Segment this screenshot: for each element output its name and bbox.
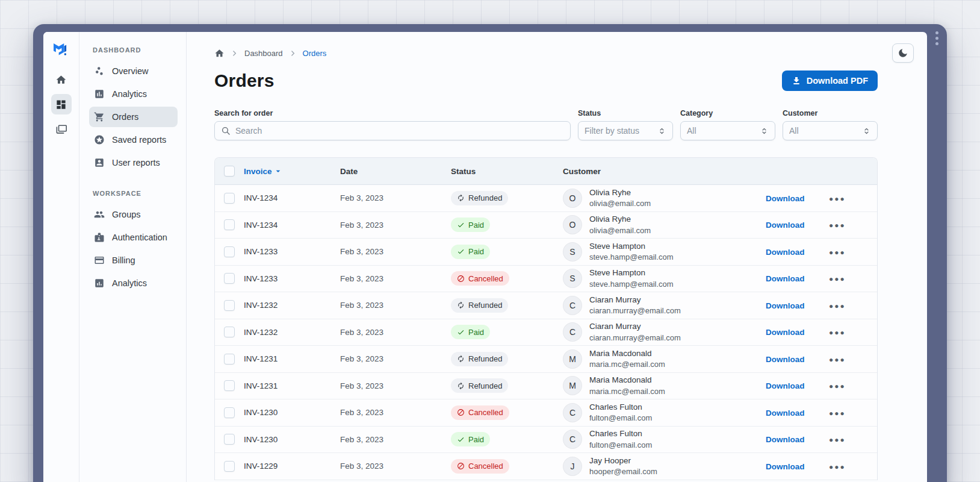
row-menu-icon[interactable]: ●●●	[829, 355, 846, 364]
row-checkbox[interactable]	[224, 380, 235, 391]
row-menu-icon[interactable]: ●●●	[829, 328, 846, 337]
rail-dashboard-button[interactable]	[51, 94, 72, 114]
download-pdf-button[interactable]: Download PDF	[782, 70, 878, 91]
sidebar-item-orders[interactable]: Orders	[89, 107, 178, 127]
orders-table: Invoice Date Status Customer INV-1234 Fe…	[214, 157, 878, 480]
moon-icon	[898, 48, 908, 58]
status-label: Paid	[468, 435, 484, 444]
table-row: INV-1230 Feb 3, 2023 Cancelled C Charles…	[215, 399, 877, 427]
download-link[interactable]: Download	[766, 355, 805, 364]
dark-mode-toggle[interactable]	[892, 43, 914, 63]
customer-name: Maria Macdonald	[589, 375, 665, 386]
table-row: INV-1233 Feb 3, 2023 Paid S Steve Hampto…	[215, 239, 877, 266]
bar-chart-icon	[94, 89, 105, 99]
status-label: Paid	[468, 328, 484, 337]
date-cell: Feb 3, 2023	[340, 354, 451, 363]
row-checkbox[interactable]	[224, 193, 235, 204]
customer-name: Steve Hampton	[589, 241, 674, 252]
home-icon[interactable]	[214, 48, 225, 58]
date-cell: Feb 3, 2023	[340, 193, 451, 202]
column-header-invoice[interactable]: Invoice	[244, 166, 340, 176]
customer-filter-select[interactable]: All	[783, 121, 878, 140]
search-icon	[221, 126, 231, 136]
customer-name: Olivia Ryhe	[589, 214, 651, 225]
invoice-cell: INV-1233	[244, 247, 340, 256]
row-checkbox[interactable]	[224, 246, 235, 257]
row-checkbox[interactable]	[224, 300, 235, 311]
sidebar-item-saved-reports[interactable]: Saved reports	[89, 130, 178, 150]
sidebar-item-groups[interactable]: Groups	[89, 204, 178, 225]
row-menu-icon[interactable]: ●●●	[829, 302, 846, 310]
download-link[interactable]: Download	[766, 248, 805, 257]
block-icon	[457, 408, 465, 416]
search-input[interactable]	[235, 126, 564, 136]
customer-name: Jay Hooper	[589, 455, 657, 466]
status-chip: Refunded	[451, 191, 508, 205]
chevron-right-icon	[231, 49, 238, 57]
rail-layers-button[interactable]	[51, 119, 72, 139]
chevron-right-icon	[289, 49, 297, 57]
select-all-checkbox[interactable]	[224, 166, 235, 177]
scrollbar-thumb[interactable]	[933, 31, 941, 45]
customer-filter-label: Customer	[783, 109, 878, 117]
breadcrumb-dashboard[interactable]: Dashboard	[244, 49, 283, 58]
sidebar-item-user-reports[interactable]: User reports	[89, 152, 178, 173]
customer-name: Olivia Ryhe	[589, 187, 651, 198]
row-checkbox[interactable]	[224, 273, 235, 284]
download-link[interactable]: Download	[766, 435, 805, 444]
sidebar-item-label: User reports	[112, 158, 160, 167]
row-menu-icon[interactable]: ●●●	[829, 248, 846, 257]
badge-icon	[94, 232, 105, 243]
row-checkbox[interactable]	[224, 219, 235, 230]
breadcrumb: Dashboard Orders	[214, 48, 326, 58]
row-menu-icon[interactable]: ●●●	[829, 275, 846, 283]
row-menu-icon[interactable]: ●●●	[829, 409, 846, 418]
app-window: DASHBOARD Overview Analytics Orders Save…	[33, 24, 947, 482]
rail-home-button[interactable]	[51, 69, 72, 90]
download-link[interactable]: Download	[766, 408, 805, 418]
customer-email: steve.hamp@email.com	[589, 252, 674, 263]
sidebar-item-analytics[interactable]: Analytics	[89, 84, 178, 104]
sidebar-item-authentication[interactable]: Authentication	[89, 227, 178, 248]
download-link[interactable]: Download	[766, 274, 805, 283]
download-link[interactable]: Download	[766, 221, 805, 230]
avatar: S	[563, 242, 582, 261]
download-link[interactable]: Download	[766, 301, 805, 310]
table-row: INV-1233 Feb 3, 2023 Cancelled S Steve H…	[215, 266, 877, 293]
row-checkbox[interactable]	[224, 354, 235, 365]
download-link[interactable]: Download	[766, 462, 805, 471]
sidebar-item-overview[interactable]: Overview	[89, 61, 178, 81]
invoice-cell: INV-1232	[244, 328, 340, 337]
invoice-cell: INV-1234	[244, 221, 340, 230]
row-menu-icon[interactable]: ●●●	[829, 382, 846, 390]
customer-email: fulton@email.com	[589, 440, 652, 451]
column-header-customer: Customer	[563, 167, 766, 176]
status-label: Cancelled	[468, 462, 503, 471]
row-checkbox[interactable]	[224, 407, 235, 418]
row-checkbox[interactable]	[224, 461, 235, 472]
row-menu-icon[interactable]: ●●●	[829, 436, 846, 444]
table-row: INV-1229 Feb 3, 2023 Cancelled J Jay Hoo…	[215, 453, 877, 480]
avatar: C	[563, 430, 582, 449]
category-filter-select[interactable]: All	[680, 121, 775, 140]
column-header-date: Date	[340, 167, 451, 176]
row-checkbox[interactable]	[224, 327, 235, 337]
customer-email: steve.hamp@email.com	[589, 279, 674, 290]
download-link[interactable]: Download	[766, 194, 805, 203]
table-row: INV-1230 Feb 3, 2023 Paid C Charles Fult…	[215, 427, 877, 454]
row-menu-icon[interactable]: ●●●	[829, 195, 846, 203]
status-chip: Refunded	[451, 352, 508, 366]
scatter-plot-icon	[94, 66, 105, 77]
check-icon	[457, 436, 465, 443]
sidebar-item-analytics-workspace[interactable]: Analytics	[89, 273, 178, 293]
status-chip: Paid	[451, 432, 490, 446]
row-menu-icon[interactable]: ●●●	[829, 463, 846, 471]
download-link[interactable]: Download	[766, 328, 805, 337]
row-checkbox[interactable]	[224, 434, 235, 445]
sidebar-item-billing[interactable]: Billing	[89, 250, 178, 271]
table-body: INV-1234 Feb 3, 2023 Refunded O Olivia R…	[215, 185, 877, 480]
invoice-cell: INV-1232	[244, 301, 340, 310]
download-link[interactable]: Download	[766, 381, 805, 390]
status-filter-select[interactable]: Filter by status	[578, 121, 673, 140]
row-menu-icon[interactable]: ●●●	[829, 221, 846, 230]
